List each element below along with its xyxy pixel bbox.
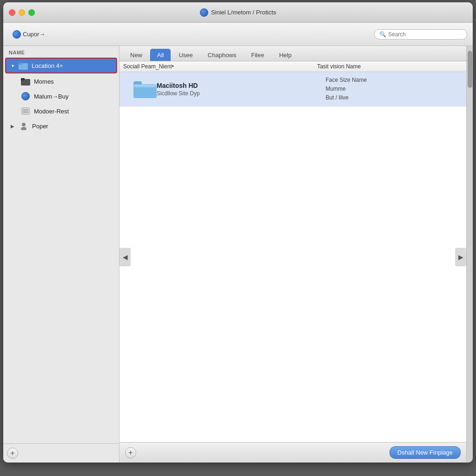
col-header-name: Sociall Peam_Nient• xyxy=(123,63,317,70)
window-title: Siniel L/metom / Proticts xyxy=(211,9,276,16)
main-add-button[interactable]: + xyxy=(125,447,136,458)
tab-bar: New All Usee Chaphows Filee Help xyxy=(119,46,466,61)
titlebar: Siniel L/metom / Proticts xyxy=(3,2,473,23)
sidebar-item-label-location: Location 4+ xyxy=(32,62,63,69)
window-title-area: Siniel L/metom / Proticts xyxy=(200,8,276,17)
file-details: Face Size Name Mumme But / Ilive xyxy=(325,76,452,103)
poper-chevron-icon: ▶ xyxy=(11,124,14,129)
tab-all[interactable]: All xyxy=(150,49,171,61)
file-subtitle: Sicdllow Site Dyp xyxy=(157,90,325,97)
svg-rect-3 xyxy=(21,78,25,80)
svg-point-9 xyxy=(21,127,26,130)
chevron-icon: ▾ xyxy=(12,63,14,68)
minimize-button[interactable] xyxy=(19,9,25,16)
sidebar-item-label-malum: Malum→Buy xyxy=(34,93,68,100)
svg-point-8 xyxy=(22,123,26,126)
main-footer: + Dshall New Finplage xyxy=(119,442,466,463)
main-content: ◀ Maciitosh HD Sicdl xyxy=(119,72,466,442)
window-buttons xyxy=(9,9,35,16)
globe-icon-malum xyxy=(21,92,30,101)
sidebar-item-momes[interactable]: Momes xyxy=(5,74,117,88)
sidebar-item-malum[interactable]: Malum→Buy xyxy=(5,89,117,103)
sidebar-item-modoer[interactable]: Modoer-Rest xyxy=(5,104,117,118)
search-icon: 🔍 xyxy=(379,31,386,38)
tab-usee[interactable]: Usee xyxy=(172,49,199,61)
title-globe-icon xyxy=(200,8,208,17)
location-text: Cupor→ xyxy=(23,31,45,38)
content-area: Name ▾ Location 4+ xyxy=(3,46,473,463)
nav-left-arrow[interactable]: ◀ xyxy=(119,248,131,266)
dark-folder-icon xyxy=(21,77,30,86)
nav-right-arrow[interactable]: ▶ xyxy=(455,248,466,266)
sidebar-header: Name xyxy=(3,46,119,57)
column-headers: Sociall Peam_Nient• Tasit vision Name xyxy=(119,61,466,72)
svg-rect-13 xyxy=(134,85,156,86)
sidebar: Name ▾ Location 4+ xyxy=(3,46,119,463)
toolbar-location: Cupor→ xyxy=(13,30,45,39)
file-info: Maciitosh HD Sicdllow Site Dyp xyxy=(157,82,325,97)
file-folder-icon xyxy=(133,79,157,99)
location-globe-icon xyxy=(13,30,21,39)
tab-help[interactable]: Help xyxy=(272,49,298,61)
right-scrollbar[interactable] xyxy=(466,46,473,463)
tab-chaphows[interactable]: Chaphows xyxy=(201,49,243,61)
close-button[interactable] xyxy=(9,9,15,16)
maximize-button[interactable] xyxy=(28,9,35,16)
search-input[interactable] xyxy=(388,31,462,38)
finder-window: Siniel L/metom / Proticts Cupor→ 🔍 Name … xyxy=(3,2,473,463)
sidebar-item-label-poper: Poper xyxy=(32,123,48,130)
toolbar: Cupor→ 🔍 xyxy=(3,23,473,46)
svg-rect-1 xyxy=(19,62,22,65)
file-name: Maciitosh HD xyxy=(157,82,325,89)
list-icon xyxy=(21,106,30,116)
sidebar-add-button[interactable]: + xyxy=(7,448,18,459)
person-icon xyxy=(19,121,28,131)
sidebar-item-label-modoer: Modoer-Rest xyxy=(34,108,69,115)
sidebar-item-poper[interactable]: ▶ Poper xyxy=(5,119,117,133)
action-button[interactable]: Dshall New Finplage xyxy=(390,446,461,459)
sidebar-footer: + xyxy=(3,443,119,463)
tab-new[interactable]: New xyxy=(123,49,149,61)
col-header-kind: Tasit vision Name xyxy=(317,63,463,70)
folder-icon xyxy=(19,61,28,70)
sidebar-item-label-momes: Momes xyxy=(34,78,54,85)
file-detail-line2: Mumme xyxy=(325,85,452,93)
sidebar-item-location[interactable]: ▾ Location 4+ xyxy=(5,58,117,73)
search-box[interactable]: 🔍 xyxy=(374,29,467,40)
file-detail-line1: Face Size Name xyxy=(325,76,452,85)
scrollbar-thumb xyxy=(468,51,472,88)
file-detail-line3: But / Ilive xyxy=(325,93,452,102)
main-panel: New All Usee Chaphows Filee Help Sociall… xyxy=(119,46,466,463)
tab-filee[interactable]: Filee xyxy=(244,49,271,61)
file-item-maciitosh[interactable]: Maciitosh HD Sicdllow Site Dyp Face Size… xyxy=(119,72,466,107)
